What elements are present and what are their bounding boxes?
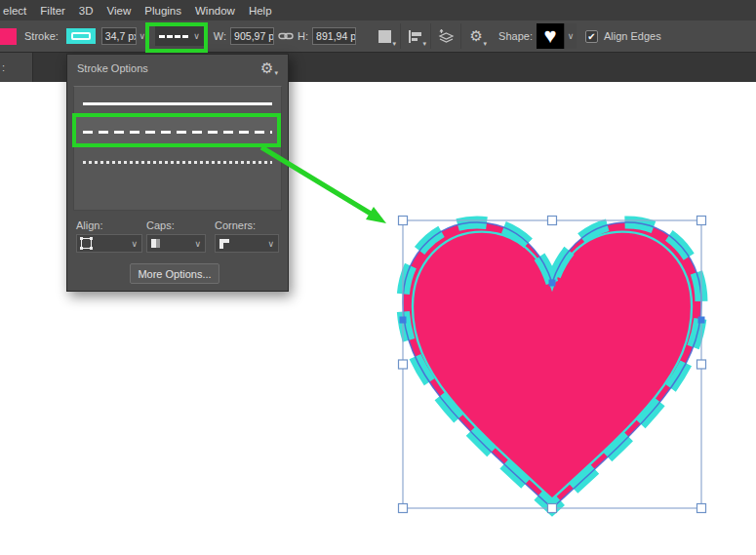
handle-middle-right[interactable] [697,360,706,369]
stroke-swatch-inner-rect [71,32,91,40]
align-edges-label: Align Edges [604,30,661,42]
stroke-caps-icon [151,239,160,248]
path-operations-button[interactable]: ▾ [370,23,400,49]
stroke-preset-solid[interactable] [75,91,280,116]
stroke-label: Stroke: [24,30,59,42]
tool-icon-group: ▾ ▾ ⚙ ▾ [370,23,491,49]
more-options-button[interactable]: More Options... [130,263,219,284]
stroke-preset-list [73,86,282,211]
path-operations-caret-icon: ▾ [393,40,397,48]
handle-bottom-right[interactable] [697,504,706,513]
align-select[interactable]: ∨ [76,234,142,253]
photoshop-window: elect Filter 3D View Plugins Window Help… [0,0,756,555]
menu-item-3d[interactable]: 3D [78,5,95,17]
menu-item-window[interactable]: Window [194,5,236,17]
corners-label: Corners: [215,219,256,231]
dotted-line-icon [83,161,272,164]
path-alignment-caret-icon: ▾ [423,40,427,48]
chevron-down-icon: ∨ [194,235,201,253]
caps-label: Caps: [146,219,175,231]
anchor-top-dip[interactable] [549,280,556,287]
align-label: Align: [76,219,103,231]
shape-preset-thumbnail[interactable]: ♥ [537,23,564,49]
stroke-type-chevron-icon: ∨ [193,27,200,45]
chevron-down-icon: ∨ [131,235,138,253]
stroke-options-gear-button[interactable]: ⚙ ▾ [260,59,278,77]
handle-top-center[interactable] [548,217,557,225]
handle-top-right[interactable] [697,217,706,225]
chevron-down-icon: ∨ [267,235,274,253]
solid-line-icon [83,102,272,105]
options-bar: Stroke: 34,7 px ∨ ∨ W: 905,97 px H: 891,… [0,20,756,53]
stroke-type-dropdown[interactable]: ∨ [155,26,204,46]
heart-shape-selection[interactable] [390,208,716,549]
menu-item-view[interactable]: View [106,5,133,17]
anchor-right[interactable] [698,317,705,324]
heart-shape-icon: ♥ [543,23,556,49]
width-label: W: [214,30,226,42]
shape-chevron-icon: ∨ [568,27,575,45]
stroke-width-chevron-icon[interactable]: ∨ [137,27,148,45]
stroke-preset-dashed[interactable] [75,116,280,147]
menu-item-filter[interactable]: Filter [39,5,66,17]
handle-middle-left[interactable] [399,360,408,369]
menu-item-help[interactable]: Help [248,5,273,17]
heart-shape[interactable] [403,222,701,508]
document-tab[interactable]: : [0,53,33,82]
handle-top-left[interactable] [399,217,408,225]
stroke-options-panel: Stroke Options ⚙ ▾ Align: Caps: Corners:… [66,54,289,292]
gear-icon: ⚙ [469,27,482,45]
shape-label: Shape: [498,30,533,42]
link-dimensions-icon[interactable] [278,31,294,41]
heart-path-dashed-stroke [403,222,701,508]
menu-item-plugins[interactable]: Plugins [143,5,182,17]
gear-icon: ⚙ [260,59,273,77]
stroke-options-header: Stroke Options ⚙ ▾ [67,55,288,82]
shape-preset-chevron[interactable]: ∨ [564,23,577,49]
caps-select[interactable]: ∨ [146,234,206,253]
anchor-left[interactable] [400,317,407,324]
stroke-color-swatch[interactable] [66,28,96,44]
fill-color-swatch[interactable] [0,28,17,45]
stroke-preset-dotted[interactable] [75,147,280,177]
dashed-line-icon [159,35,188,38]
shape-height-field[interactable]: 891,94 px [312,27,356,45]
stroke-options-title: Stroke Options [77,62,148,74]
dashed-line-icon [83,131,272,134]
align-edges-checkbox[interactable]: ✔ [585,30,598,43]
corners-select[interactable]: ∨ [215,234,279,253]
path-alignment-button[interactable]: ▾ [400,23,430,49]
handle-bottom-center[interactable] [548,504,557,513]
tool-options-gear-button[interactable]: ⚙ ▾ [460,23,491,49]
stroke-width-field[interactable]: 34,7 px [101,27,137,45]
stroke-align-icon [81,238,92,249]
height-label: H: [298,30,308,42]
menu-bar: elect Filter 3D View Plugins Window Help [0,0,756,20]
shape-width-field[interactable]: 905,97 px [230,27,274,45]
gear-caret-icon: ▾ [484,40,488,48]
stroke-corners-icon [219,239,229,249]
path-arrangement-button[interactable] [430,23,460,49]
handle-bottom-left[interactable] [399,504,408,513]
menu-item-select[interactable]: elect [2,5,27,17]
gear-caret-icon: ▾ [274,69,278,77]
